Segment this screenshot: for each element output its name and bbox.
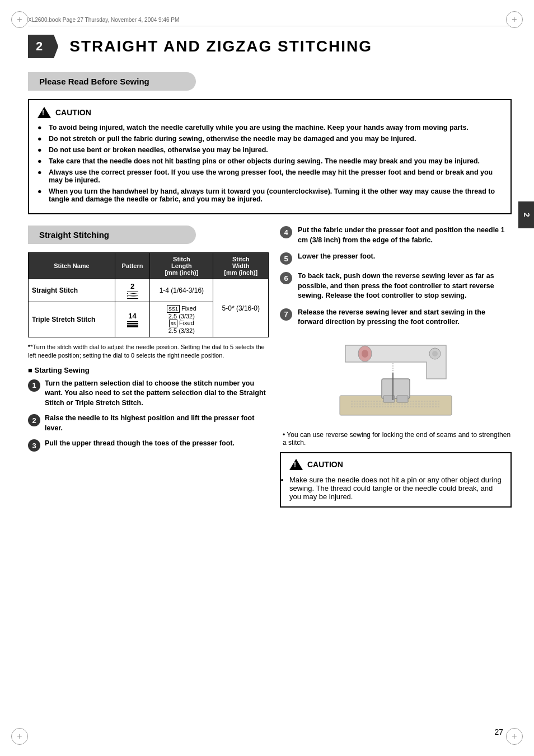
pattern-straight: 2 [115,279,149,302]
main-two-col: Straight Stitching Stitch Name Pattern S… [28,226,512,508]
footnote: **Turn the stitch width dial to adjust t… [28,343,269,360]
step-4-text: Put the fabric under the presser foot an… [298,226,512,245]
section1-header: Please Read Before Sewing [28,72,196,91]
right-step-5: 5 Lower the presser foot. [280,252,512,265]
stitch-table: Stitch Name Pattern StitchLength[mm (inc… [28,252,269,337]
col-right: 4 Put the fabric under the presser foot … [280,226,512,508]
ss1-label: SS1 [167,305,180,313]
chapter-title: STRAIGHT AND ZIGZAG STITCHING [69,37,372,55]
th-stitch-length: StitchLength[mm (inch)] [150,253,213,279]
caution-item-1: To avoid being injured, watch the needle… [38,124,502,132]
step-2: 2 Raise the needle to its highest positi… [28,414,269,433]
stitch-name-triple: Triple Stretch Stitch [29,302,115,337]
step-2-circle: 2 [28,414,40,426]
svg-rect-6 [397,396,408,402]
caution-item-6: When you turn the handwheel by hand, alw… [38,187,502,203]
page-number-bottom: 27 [494,727,503,736]
page-container: 2 XL2600.book Page 27 Thursday, November… [0,0,534,756]
caution-item-4: Take care that the needle does not hit b… [38,157,502,165]
th-stitch-width: StitchWidth[mm (inch)] [213,253,269,279]
footnote-text: *Turn the stitch width dial to adjust th… [28,344,265,359]
corner-mark-tr [506,11,523,28]
step-7-circle: 7 [280,308,292,321]
step-7-text: Release the reverse sewing lever and sta… [298,308,512,327]
pattern-triple: 14 [115,302,149,337]
svg-point-10 [432,351,438,356]
caution-bottom-label: CAUTION [307,460,343,469]
step-6-circle: 6 [280,272,292,284]
caution-item-3: Do not use bent or broken needles, other… [38,146,502,154]
bullet-note: You can use reverse sewing for locking t… [283,431,512,447]
step-3: 3 Pull the upper thread though the toes … [28,439,269,452]
machine-illustration [280,334,512,425]
caution-item-5: Always use the correct presser foot. If … [38,168,502,184]
width-both: 5-0* (3/16-0) [213,279,269,337]
caution-main-header: CAUTION [38,107,502,118]
step-6-text: To back tack, push down the reverse sewi… [298,271,512,301]
caution-main-list: To avoid being injured, watch the needle… [38,124,502,203]
page-tab: 2 [518,201,534,228]
caution-bottom-box: CAUTION Make sure the needle does not hi… [280,452,512,508]
stitch-name-straight: Straight Stitch [29,279,115,302]
step-5-circle: 5 [280,252,292,265]
th-pattern: Pattern [115,253,149,279]
top-meta: XL2600.book Page 27 Thursday, November 4… [28,17,512,26]
machine-svg [334,334,457,424]
corner-mark-tl [11,11,28,28]
step-4-circle: 4 [280,226,292,238]
step-5-text: Lower the presser foot. [298,252,375,262]
caution-bottom-item-1: Make sure the needle does not hit a pin … [289,476,502,501]
starting-sewing-header: Starting Sewing [28,366,269,374]
th-stitch-name: Stitch Name [29,253,115,279]
step-2-text: Raise the needle to its highest position… [45,414,269,433]
length-triple: SS1 Fixed2.5 (3/32) ss Fixed2.5 (3/32) [150,302,213,337]
caution-main-label: CAUTION [55,108,91,117]
right-step-6: 6 To back tack, push down the reverse se… [280,271,512,301]
right-step-4: 4 Put the fabric under the presser foot … [280,226,512,245]
section2-header: Straight Stitching [28,226,196,244]
ss2-label: ss [169,320,177,327]
caution-item-2: Do not stretch or pull the fabric during… [38,135,502,143]
step-1-text: Turn the pattern selection dial to choos… [45,379,269,408]
corner-mark-bl [11,728,28,745]
right-step-7: 7 Release the reverse sewing lever and s… [280,308,512,327]
step-3-text: Pull the upper thread though the toes of… [45,439,235,449]
caution-bottom-header: CAUTION [289,459,502,470]
svg-point-12 [362,350,368,358]
step-1: 1 Turn the pattern selection dial to cho… [28,379,269,408]
caution-triangle-icon [38,107,51,118]
caution-main-box: CAUTION To avoid being injured, watch th… [28,99,512,214]
col-left: Straight Stitching Stitch Name Pattern S… [28,226,269,508]
length-straight: 1-4 (1/64-3/16) [150,279,213,302]
caution-bottom-list: Make sure the needle does not hit a pin … [289,476,502,501]
step-3-circle: 3 [28,439,40,452]
corner-mark-br [506,728,523,745]
step-1-circle: 1 [28,379,40,392]
chapter-number: 2 [28,35,58,58]
chapter-heading: 2 STRAIGHT AND ZIGZAG STITCHING [28,35,512,58]
caution-bottom-triangle-icon [289,459,303,470]
